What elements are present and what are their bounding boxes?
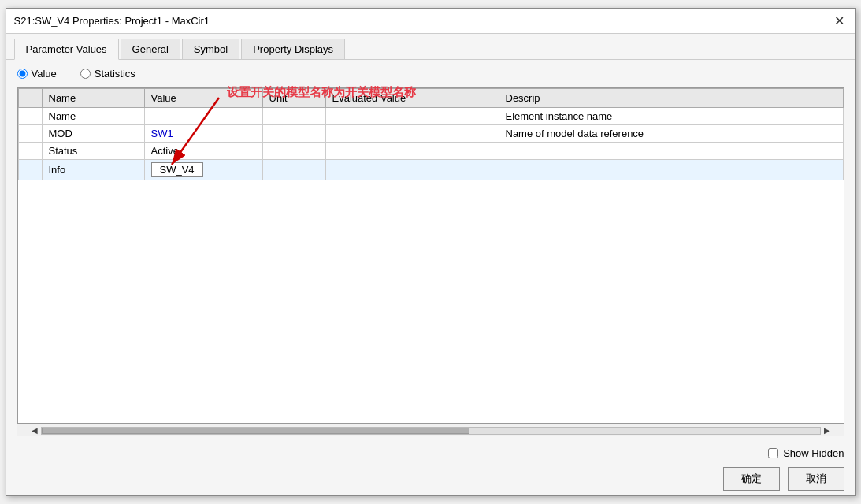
cancel-button[interactable]: 取消: [788, 467, 844, 491]
show-hidden-row: Show Hidden: [6, 444, 855, 461]
show-hidden-label: Show Hidden: [783, 447, 844, 459]
close-button[interactable]: ✕: [831, 15, 848, 28]
row4-eval: [325, 160, 499, 180]
radio-value[interactable]: Value: [17, 68, 57, 80]
radio-statistics-input[interactable]: [80, 69, 91, 79]
tab-symbol[interactable]: Symbol: [182, 39, 239, 59]
row3-value[interactable]: Active: [144, 143, 262, 160]
row4-desc: [499, 160, 843, 180]
row4-sel: [18, 160, 42, 180]
row1-eval: [325, 108, 499, 125]
radio-row: Value Statistics: [17, 68, 844, 80]
title-bar: S21:SW_V4 Properties: Project1 - MaxCir1…: [6, 9, 855, 34]
row3-eval: [325, 143, 499, 160]
content-area: Value Statistics 设置开关的模型名称为开关模型名称: [6, 60, 855, 444]
row1-unit: [262, 108, 325, 125]
row3-name: Status: [42, 143, 144, 160]
table-row: Status Active: [18, 143, 843, 160]
row4-value[interactable]: SW_V4: [144, 160, 262, 180]
scroll-track[interactable]: [41, 427, 821, 435]
col-unit: Unit: [262, 89, 325, 108]
col-value: Value: [144, 89, 262, 108]
row4-name: Info: [42, 160, 144, 180]
row2-name: MOD: [42, 125, 144, 143]
scroll-right-arrow[interactable]: ▶: [822, 426, 832, 435]
col-description: Descrip: [499, 89, 843, 108]
table-row: MOD SW1 Name of model data reference: [18, 125, 843, 143]
row1-name: Name: [42, 108, 144, 125]
col-evaluated: Evaluated Value: [325, 89, 499, 108]
bottom-buttons: 确定 取消: [6, 461, 855, 495]
radio-value-label: Value: [32, 68, 57, 80]
row3-desc: [499, 143, 843, 160]
table-row: Name Element instance name: [18, 108, 843, 125]
show-hidden-checkbox[interactable]: [768, 448, 778, 458]
row4-value-input[interactable]: SW_V4: [151, 162, 203, 177]
row2-value[interactable]: SW1: [144, 125, 262, 143]
window-title: S21:SW_V4 Properties: Project1 - MaxCir1: [14, 15, 210, 27]
radio-value-input[interactable]: [17, 69, 28, 79]
properties-table: Name Value Unit Evaluated Value Descrip …: [18, 88, 844, 180]
radio-statistics[interactable]: Statistics: [80, 68, 135, 80]
row1-desc: Element instance name: [499, 108, 843, 125]
row4-unit: [262, 160, 325, 180]
horizontal-scrollbar[interactable]: ◀ ▶: [17, 424, 844, 436]
table-row: Info SW_V4: [18, 160, 843, 180]
row2-eval: [325, 125, 499, 143]
row2-desc: Name of model data reference: [499, 125, 843, 143]
scroll-left-arrow[interactable]: ◀: [30, 426, 39, 435]
radio-statistics-label: Statistics: [95, 68, 135, 80]
scroll-thumb[interactable]: [42, 428, 469, 434]
row1-value[interactable]: [144, 108, 262, 125]
row2-sel: [18, 125, 42, 143]
ok-button[interactable]: 确定: [723, 467, 780, 491]
tab-general[interactable]: General: [121, 39, 180, 59]
col-empty: [18, 89, 42, 108]
col-name: Name: [42, 89, 144, 108]
table-container: Name Value Unit Evaluated Value Descrip …: [17, 87, 844, 424]
row1-sel: [18, 108, 42, 125]
tab-property-displays[interactable]: Property Displays: [241, 39, 345, 59]
main-window: S21:SW_V4 Properties: Project1 - MaxCir1…: [6, 8, 856, 496]
row2-unit: [262, 125, 325, 143]
tab-parameter-values[interactable]: Parameter Values: [14, 39, 119, 60]
row3-unit: [262, 143, 325, 160]
tabs-bar: Parameter Values General Symbol Property…: [6, 34, 855, 60]
row3-sel: [18, 143, 42, 160]
